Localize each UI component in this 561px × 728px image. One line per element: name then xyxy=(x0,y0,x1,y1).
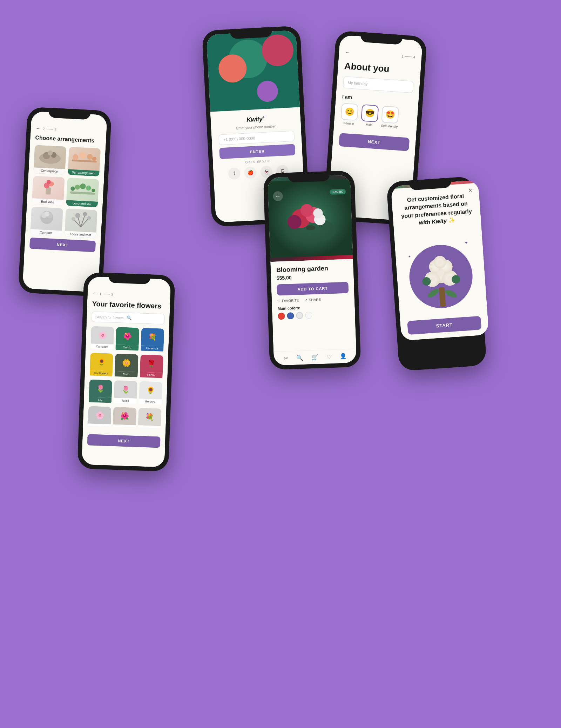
lily-img: 🌷 xyxy=(89,379,112,398)
login-logo: Kwity+ xyxy=(217,113,293,125)
wishlist-icon[interactable]: ♡ xyxy=(326,353,332,360)
flower-peony[interactable]: 🌹 Peony xyxy=(140,354,163,380)
gerbera-name: Gerbera xyxy=(138,399,162,405)
swatch-light[interactable] xyxy=(296,312,303,319)
gender-female[interactable]: 😊 Female xyxy=(340,103,358,126)
about-next-button[interactable]: NEXT xyxy=(339,133,410,151)
row4b-name xyxy=(113,425,136,427)
birthday-input[interactable]: My birthday xyxy=(343,76,414,93)
male-emoji-box: 😎 xyxy=(361,104,379,122)
arrangement-longlow[interactable]: Long and low xyxy=(66,178,99,207)
longlow-img xyxy=(67,178,99,199)
step-line xyxy=(46,128,53,129)
svg-point-17 xyxy=(86,185,91,191)
female-label: Female xyxy=(343,121,354,126)
back-button[interactable]: ← xyxy=(35,125,41,131)
svg-rect-13 xyxy=(70,191,95,195)
bud-img xyxy=(32,176,65,197)
svg-point-41 xyxy=(426,287,440,299)
bar-label: Bar arrangement xyxy=(68,169,100,176)
search-icon[interactable]: 🔍 xyxy=(296,354,303,361)
longlow-label: Long and low xyxy=(66,200,98,207)
flower-orchid[interactable]: 🌺 Orchid xyxy=(115,327,139,352)
flower-image xyxy=(268,175,353,262)
bottom-navigation: ✂ 🔍 🛒 ♡ 👤 xyxy=(273,349,357,366)
or-divider: OR ENTER WITH xyxy=(220,158,296,165)
flower-carnation[interactable]: 🌸 Carnation xyxy=(90,326,114,351)
about-title: About you xyxy=(344,60,415,76)
promo-start-button[interactable]: START xyxy=(407,316,481,335)
promo-bouquet-image xyxy=(410,236,472,317)
row4c-name xyxy=(138,425,161,428)
arrangement-bar[interactable]: Bar arrangement xyxy=(68,147,101,176)
profile-icon[interactable]: 👤 xyxy=(340,353,347,360)
i-am-label: I am xyxy=(342,94,412,104)
arrangement-bud[interactable]: Bud vase xyxy=(32,176,65,206)
gender-male[interactable]: 😎 Male xyxy=(360,104,379,127)
svg-point-28 xyxy=(83,212,87,216)
svg-point-8 xyxy=(92,156,97,161)
svg-line-24 xyxy=(81,215,85,227)
color-swatches xyxy=(278,310,350,320)
arrangement-loosewild[interactable]: Loose and wild xyxy=(65,208,97,238)
phone-detail: ← EXOTIC Blooming garden $55.00 ADD TO C… xyxy=(263,171,361,370)
promo-screen: ✕ Get customized floral arrangements bas… xyxy=(391,180,489,341)
favorite-action[interactable]: ♡ FAVORITE xyxy=(277,298,299,303)
about-back-button[interactable]: ← xyxy=(345,49,350,55)
flower-row4a[interactable]: 🌸 xyxy=(88,406,111,431)
phone-input[interactable]: +1 (000) 000-0000 xyxy=(218,131,295,145)
mum-img: 🌼 xyxy=(115,354,138,372)
phone-promo: ✕ Get customized floral arrangements bas… xyxy=(386,176,487,371)
flower-search[interactable]: Search for flowers... 🔍 xyxy=(92,311,165,324)
screen-nav: ← 2 3 xyxy=(35,125,102,134)
bar-img xyxy=(68,147,101,168)
scissors-icon[interactable]: ✂ xyxy=(283,355,288,362)
arrange-next-button[interactable]: NEXT xyxy=(29,238,96,252)
row4b-img: 🌺 xyxy=(113,407,136,425)
gender-selfidentify[interactable]: 🤩 Self-identify xyxy=(381,106,399,128)
step-line xyxy=(103,294,110,294)
flowers-step: 1 3 xyxy=(100,292,113,296)
flower-hortencia[interactable]: 💐 Hortencia xyxy=(141,328,164,353)
arrangement-compact[interactable]: Compact xyxy=(30,207,63,236)
svg-point-7 xyxy=(87,154,93,160)
apple-login[interactable]: 🍎 xyxy=(244,166,257,179)
share-action[interactable]: ↗ SHARE xyxy=(304,298,321,302)
flowers-title: Your favorite flowers xyxy=(92,300,165,310)
row4c-img: 💐 xyxy=(138,408,161,426)
flowers-next-button[interactable]: NEXT xyxy=(87,434,161,448)
flower-lily[interactable]: 🌷 Lily xyxy=(89,379,113,405)
flowers-nav: ← 1 3 xyxy=(92,291,165,299)
flower-row4b[interactable]: 🌺 xyxy=(113,407,136,432)
cart-icon[interactable]: 🛒 xyxy=(311,354,319,361)
search-icon: 🔍 xyxy=(127,315,132,321)
loosewild-img xyxy=(65,208,97,230)
add-to-cart-button[interactable]: ADD TO CART xyxy=(277,282,349,295)
flower-gerbera[interactable]: 🌻 Gerbera xyxy=(138,381,162,406)
sparkle-icon-2: ✦ xyxy=(408,254,411,259)
arrangement-centerpiece[interactable]: Centerpiece xyxy=(33,145,66,175)
swatch-red[interactable] xyxy=(278,313,285,320)
flower-tulips[interactable]: 🌷 Tulips xyxy=(114,380,137,406)
enter-button[interactable]: ENTER xyxy=(219,144,295,159)
bud-label: Bud vase xyxy=(32,198,64,206)
lily-name: Lily xyxy=(89,397,112,403)
flower-mum[interactable]: 🌼 Mum xyxy=(115,354,138,379)
flowers-back-button[interactable]: ← xyxy=(92,291,97,296)
compact-label: Compact xyxy=(30,229,62,236)
facebook-login[interactable]: f xyxy=(228,167,241,180)
promo-body: ✕ Get customized floral arrangements bas… xyxy=(391,183,489,341)
notch xyxy=(288,171,330,182)
swatch-white[interactable] xyxy=(305,312,312,319)
promo-close-button[interactable]: ✕ xyxy=(468,187,473,193)
flower-row4c[interactable]: 💐 xyxy=(138,408,162,433)
swatch-blue[interactable] xyxy=(287,312,294,320)
phone-flowers: ← 1 3 Your favorite flowers Search for f… xyxy=(77,272,175,472)
svg-point-14 xyxy=(70,186,75,191)
female-emoji-box: 😊 xyxy=(340,103,358,121)
about-nav: ← 1 4 xyxy=(345,49,415,60)
flower-sunflowers[interactable]: 🌻 Sunflowers xyxy=(89,353,113,378)
svg-point-27 xyxy=(75,213,80,218)
svg-point-15 xyxy=(75,185,80,190)
step-line xyxy=(405,56,412,57)
